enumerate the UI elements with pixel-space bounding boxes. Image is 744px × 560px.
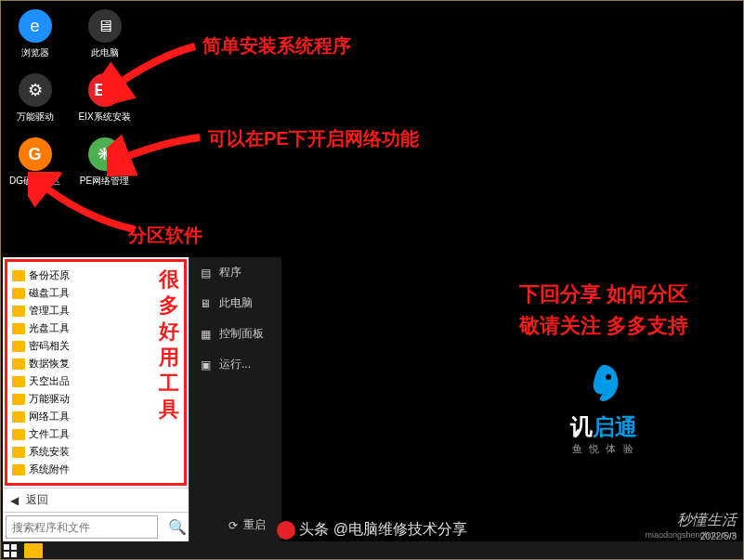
category-item[interactable]: 网络工具	[10, 408, 181, 425]
category-label: 系统安装	[29, 445, 70, 459]
annotation-network: 可以在PE下开启网络功能	[208, 126, 419, 151]
category-label: 光盘工具	[29, 321, 70, 335]
folder-icon	[12, 341, 25, 352]
arrow-3-icon	[28, 172, 139, 237]
folder-icon	[12, 429, 25, 440]
menu-item-icon: ▦	[199, 328, 212, 341]
driver-icon-graphic: ⚙	[19, 73, 52, 107]
menu-item-icon: ▣	[199, 358, 212, 371]
folder-icon	[12, 358, 25, 370]
category-label: 密码相关	[29, 339, 70, 353]
icon-label: 浏览器	[21, 46, 49, 59]
menu-item-label: 控制面板	[219, 326, 264, 342]
folder-icon	[12, 288, 25, 299]
svg-rect-3	[4, 552, 9, 557]
taskbar	[0, 541, 744, 560]
avatar-icon	[277, 521, 295, 540]
chevron-left-icon: ◀	[10, 494, 19, 507]
menu-item-label: 此电脑	[219, 295, 253, 311]
menu-item-icon: 🖥	[199, 297, 212, 310]
category-item[interactable]: 系统附件	[10, 461, 181, 478]
start-button[interactable]	[0, 541, 20, 560]
folder-icon	[12, 323, 25, 334]
taskbar-date: 2022/5/3	[700, 531, 737, 541]
menu-item-icon: ▤	[199, 267, 212, 280]
annotation-install: 简单安装系统程序	[202, 33, 351, 59]
attribution: 头条 @电脑维修技术分享	[0, 520, 744, 540]
folder-icon	[12, 306, 25, 317]
category-item[interactable]: 光盘工具	[10, 319, 181, 337]
browser-icon-graphic: e	[19, 9, 52, 43]
category-item[interactable]: 系统安装	[10, 443, 181, 461]
category-item[interactable]: 数据恢复	[10, 355, 181, 372]
start-menu-right-item[interactable]: ▣运行...	[189, 349, 281, 380]
start-menu-left-panel: 备份还原磁盘工具管理工具光盘工具密码相关数据恢复天空出品万能驱动网络工具文件工具…	[3, 257, 189, 541]
folder-icon	[12, 394, 25, 405]
svg-rect-2	[11, 544, 17, 550]
start-menu-right-item[interactable]: ▤程序	[189, 257, 281, 288]
file-explorer-taskbar-icon[interactable]	[24, 543, 43, 558]
category-item[interactable]: 磁盘工具	[10, 284, 181, 302]
browser-icon[interactable]: e浏览器	[9, 9, 60, 59]
fish-icon	[581, 360, 627, 407]
category-item[interactable]: 文件工具	[10, 425, 181, 443]
category-item[interactable]: 天空出品	[10, 372, 181, 390]
category-item[interactable]: 密码相关	[10, 337, 181, 355]
category-label: 文件工具	[29, 427, 70, 441]
promo-block: 下回分享 如何分区 敬请关注 多多支持 讥启通 鱼 悦 体 验	[519, 279, 688, 456]
category-label: 天空出品	[29, 374, 70, 388]
arrow-1-icon	[102, 37, 204, 111]
category-label: 数据恢复	[29, 357, 70, 371]
category-label: 备份还原	[29, 268, 70, 282]
category-label: 网络工具	[29, 410, 70, 423]
folder-icon	[12, 376, 25, 387]
start-menu-right-panel: ▤程序🖥此电脑▦控制面板▣运行... ⟳ 重启	[189, 257, 281, 541]
folder-icon	[12, 447, 25, 458]
driver-icon[interactable]: ⚙万能驱动	[9, 73, 60, 124]
svg-rect-4	[11, 552, 17, 557]
annotation-tools: 很多好用工具	[159, 267, 179, 423]
brand-logo: 讥启通 鱼 悦 体 验	[519, 360, 688, 456]
start-menu-right-item[interactable]: ▦控制面板	[189, 319, 281, 349]
annotation-partition: 分区软件	[128, 223, 202, 248]
menu-item-label: 程序	[219, 265, 241, 280]
category-item[interactable]: 备份还原	[10, 267, 181, 284]
category-label: 万能驱动	[29, 392, 70, 406]
folder-icon	[12, 464, 25, 475]
category-label: 磁盘工具	[29, 286, 70, 300]
icon-label: EIX系统安装	[78, 111, 130, 124]
start-menu-back[interactable]: ◀ 返回	[3, 488, 189, 512]
category-label: 系统附件	[29, 462, 70, 476]
folder-icon	[12, 270, 25, 281]
category-item[interactable]: 管理工具	[10, 302, 181, 319]
icon-label: 万能驱动	[17, 111, 54, 124]
category-label: 管理工具	[29, 304, 70, 318]
dg-partition-icon-graphic: G	[19, 137, 52, 171]
start-menu: 备份还原磁盘工具管理工具光盘工具密码相关数据恢复天空出品万能驱动网络工具文件工具…	[3, 257, 281, 541]
start-menu-right-item[interactable]: 🖥此电脑	[189, 288, 281, 319]
svg-point-0	[606, 374, 611, 380]
svg-rect-1	[4, 544, 9, 550]
menu-item-label: 运行...	[219, 357, 251, 372]
start-menu-categories: 备份还原磁盘工具管理工具光盘工具密码相关数据恢复天空出品万能驱动网络工具文件工具…	[7, 262, 184, 483]
folder-icon	[12, 411, 25, 423]
category-item[interactable]: 万能驱动	[10, 390, 181, 408]
